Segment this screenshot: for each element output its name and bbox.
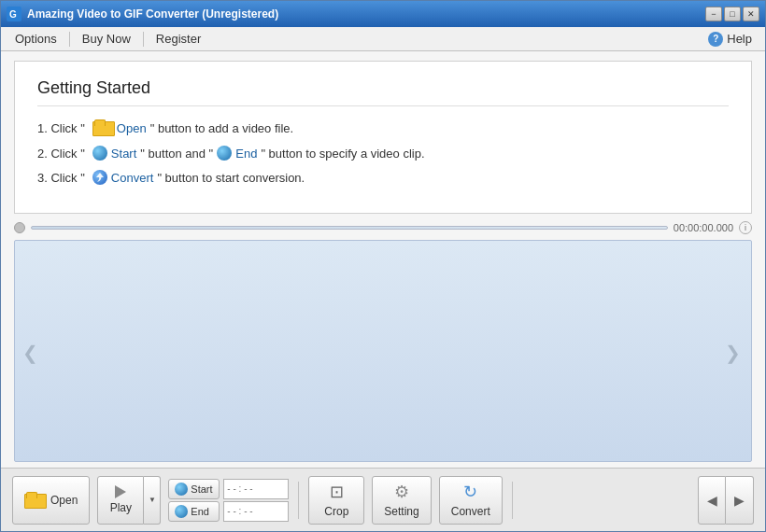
window-controls: − □ ✕ xyxy=(705,7,759,21)
toolbar-separator-2 xyxy=(512,482,513,519)
getting-started-panel: Getting Started 1. Click " Open " button… xyxy=(14,61,752,214)
menu-help[interactable]: ? Help xyxy=(699,29,761,49)
help-icon: ? xyxy=(708,32,723,47)
start-button[interactable]: Start xyxy=(168,479,220,499)
folder-icon xyxy=(92,119,113,136)
step-2-num: 2. Click " xyxy=(37,147,85,161)
setting-label: Setting xyxy=(384,505,418,518)
play-button[interactable]: Play xyxy=(97,476,144,525)
menu-register[interactable]: Register xyxy=(146,28,211,49)
menu-buynow[interactable]: Buy Now xyxy=(72,28,141,49)
convert-label: Convert xyxy=(451,505,490,518)
maximize-button[interactable]: □ xyxy=(724,7,741,21)
step-3-post: " button to start conversion. xyxy=(157,171,305,185)
svg-text:G: G xyxy=(9,9,17,20)
main-content: Getting Started 1. Click " Open " button… xyxy=(1,51,765,531)
next-frame-button[interactable]: ▶ xyxy=(726,476,754,525)
setting-gear-icon: ⚙ xyxy=(394,482,409,502)
window-title: Amazing Video to GIF Converter (Unregist… xyxy=(27,7,705,21)
end-time-field[interactable] xyxy=(223,501,289,522)
open-folder-icon xyxy=(24,492,45,509)
step-2-end: End xyxy=(235,147,257,161)
toolbar-separator-1 xyxy=(298,482,299,519)
start-end-group: Start End xyxy=(168,479,289,522)
end-button[interactable]: End xyxy=(168,501,220,522)
getting-started-title: Getting Started xyxy=(37,78,729,106)
timeline-area: 00:00:00.000 i xyxy=(14,221,752,234)
play-group: Play ▼ xyxy=(97,476,161,525)
step-3-convert: Convert xyxy=(111,171,154,185)
play-label: Play xyxy=(110,501,132,514)
timeline-info-button[interactable]: i xyxy=(739,221,752,234)
step-2-and: " button and " xyxy=(140,147,213,161)
preview-next-arrow[interactable]: ❯ xyxy=(725,342,744,360)
step-2: 2. Click " Start " button and " End " bu… xyxy=(37,146,729,161)
nav-arrows: ◀ ▶ xyxy=(698,476,754,525)
title-bar: G Amazing Video to GIF Converter (Unregi… xyxy=(1,1,765,27)
end-circle-icon xyxy=(217,146,232,161)
menu-separator-2 xyxy=(143,32,144,47)
menu-options[interactable]: Options xyxy=(5,28,67,49)
open-label: Open xyxy=(50,494,78,507)
preview-area: ❮ ❯ xyxy=(14,240,752,462)
crop-button[interactable]: ⊡ Crop xyxy=(308,476,364,525)
timeline-start-marker xyxy=(14,222,25,233)
convert-cycle-icon: ↻ xyxy=(463,482,477,502)
timeline-time: 00:00:00.000 xyxy=(674,222,733,233)
crop-icon: ⊡ xyxy=(330,482,344,502)
step-1-num: 1. Click " xyxy=(37,121,85,135)
step-2-start: Start xyxy=(111,147,136,161)
timeline-track[interactable] xyxy=(31,226,668,230)
play-triangle-icon xyxy=(115,485,126,498)
menu-separator-1 xyxy=(69,32,70,47)
step-1-link: Open xyxy=(117,121,147,135)
step-1-post: " button to add a video file. xyxy=(150,121,294,135)
minimize-button[interactable]: − xyxy=(705,7,722,21)
prev-frame-button[interactable]: ◀ xyxy=(698,476,726,525)
start-circle-icon xyxy=(92,146,107,161)
end-label: End xyxy=(191,506,209,517)
start-row: Start xyxy=(168,479,289,499)
step-3-num: 3. Click " xyxy=(37,171,85,185)
menu-bar: Options Buy Now Register ? Help xyxy=(1,27,765,51)
bottom-toolbar: Open Play ▼ Start xyxy=(1,468,765,531)
close-button[interactable]: ✕ xyxy=(743,7,759,21)
step-2-post: " button to specify a video clip. xyxy=(261,147,424,161)
start-icon xyxy=(175,483,188,496)
crop-label: Crop xyxy=(324,505,348,518)
step-3: 3. Click " Convert " button to start con… xyxy=(37,170,729,185)
play-dropdown-button[interactable]: ▼ xyxy=(144,476,161,525)
app-window: G Amazing Video to GIF Converter (Unregi… xyxy=(0,0,766,532)
help-label: Help xyxy=(727,32,752,46)
convert-icon-circle xyxy=(92,170,107,185)
step-1: 1. Click " Open " button to add a video … xyxy=(37,119,729,136)
end-row: End xyxy=(168,501,289,522)
preview-prev-arrow[interactable]: ❮ xyxy=(22,342,41,360)
start-time-field[interactable] xyxy=(223,479,289,499)
open-button[interactable]: Open xyxy=(12,476,90,525)
end-icon xyxy=(175,505,188,518)
start-label: Start xyxy=(191,483,212,495)
app-icon: G xyxy=(7,7,21,21)
convert-button[interactable]: ↻ Convert xyxy=(439,476,503,525)
setting-button[interactable]: ⚙ Setting xyxy=(372,476,431,525)
